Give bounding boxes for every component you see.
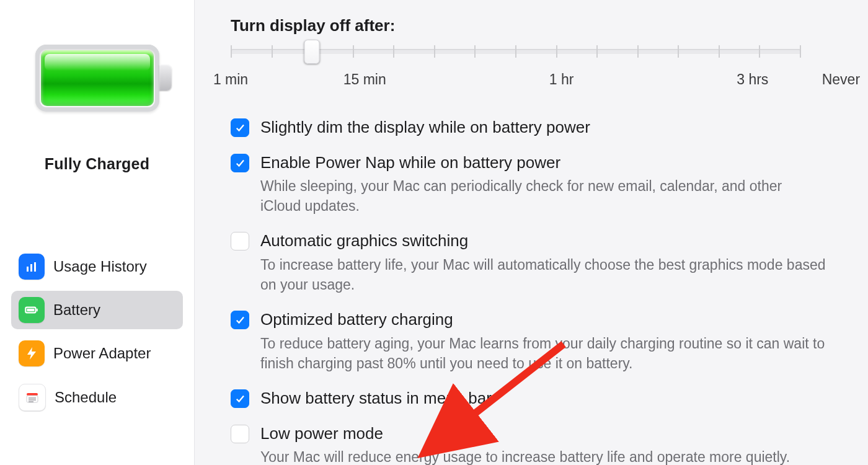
svg-rect-1 <box>30 264 32 272</box>
svg-rect-6 <box>27 393 38 396</box>
svg-rect-0 <box>27 267 29 272</box>
bolt-icon <box>19 340 45 366</box>
slider-tick-label: 1 hr <box>549 71 574 88</box>
checkbox-auto-graphics[interactable] <box>231 232 249 250</box>
option-label: Enable Power Nap while on battery power <box>260 153 826 173</box>
slider-tick-label: Never <box>822 71 860 88</box>
checkbox-dim-display[interactable] <box>231 118 249 137</box>
option-description: To increase battery life, your Mac will … <box>260 255 826 294</box>
sidebar-item-power-adapter[interactable]: Power Adapter <box>11 334 183 373</box>
svg-rect-5 <box>27 309 34 311</box>
checkbox-low-power-mode[interactable] <box>231 425 249 443</box>
slider-tick-label: 3 hrs <box>737 71 768 88</box>
battery-preferences-window: Fully Charged Usage History Battery Powe… <box>0 0 868 465</box>
sidebar-item-label: Schedule <box>55 389 117 406</box>
options-list: Slightly dim the display while on batter… <box>231 117 826 465</box>
svg-rect-4 <box>37 309 38 311</box>
sidebar-item-battery[interactable]: Battery <box>11 291 183 329</box>
slider-thumb[interactable] <box>304 40 320 64</box>
option-label: Automatic graphics switching <box>260 231 826 251</box>
option-label: Show battery status in menu bar <box>260 388 826 409</box>
checkbox-optimized-charging[interactable] <box>231 311 249 329</box>
sidebar-item-label: Power Adapter <box>53 345 151 362</box>
svg-rect-2 <box>34 262 36 272</box>
battery-hero-icon <box>35 45 159 112</box>
checkbox-menu-bar-status[interactable] <box>231 389 249 408</box>
calendar-icon <box>19 384 46 411</box>
option-low-power-mode: Low power modeYour Mac will reduce energ… <box>231 423 826 465</box>
option-menu-bar-status: Show battery status in menu bar <box>231 388 826 409</box>
slider-labels: 1 min15 min1 hr3 hrsNever <box>231 71 801 90</box>
display-off-slider[interactable]: 1 min15 min1 hr3 hrsNever <box>231 49 801 90</box>
sidebar: Fully Charged Usage History Battery Powe… <box>0 0 195 465</box>
main-panel: Turn display off after: 1 min15 min1 hr3… <box>195 0 868 465</box>
option-auto-graphics: Automatic graphics switchingTo increase … <box>231 231 826 294</box>
checkbox-power-nap[interactable] <box>231 154 249 172</box>
sidebar-item-schedule[interactable]: Schedule <box>11 378 183 417</box>
option-power-nap: Enable Power Nap while on battery powerW… <box>231 153 826 216</box>
option-label: Optimized battery charging <box>260 309 826 330</box>
battery-status-label: Fully Charged <box>11 155 183 173</box>
option-dim-display: Slightly dim the display while on batter… <box>231 117 826 138</box>
battery-icon <box>19 297 45 323</box>
option-description: Your Mac will reduce energy usage to inc… <box>260 447 826 465</box>
option-label: Slightly dim the display while on batter… <box>260 117 826 138</box>
option-label: Low power mode <box>260 423 826 444</box>
slider-tick-label: 15 min <box>343 71 386 88</box>
slider-tick-label: 1 min <box>213 71 248 88</box>
sidebar-item-label: Usage History <box>53 258 147 275</box>
option-optimized-charging: Optimized battery chargingTo reduce batt… <box>231 309 826 373</box>
usage-history-icon <box>19 254 45 280</box>
option-description: While sleeping, your Mac can periodicall… <box>260 176 826 216</box>
sidebar-item-usage-history[interactable]: Usage History <box>11 247 183 286</box>
sidebar-nav: Usage History Battery Power Adapter Sche… <box>11 247 183 417</box>
sidebar-item-label: Battery <box>53 301 100 319</box>
display-off-title: Turn display off after: <box>231 16 844 35</box>
option-description: To reduce battery aging, your Mac learns… <box>260 334 826 373</box>
